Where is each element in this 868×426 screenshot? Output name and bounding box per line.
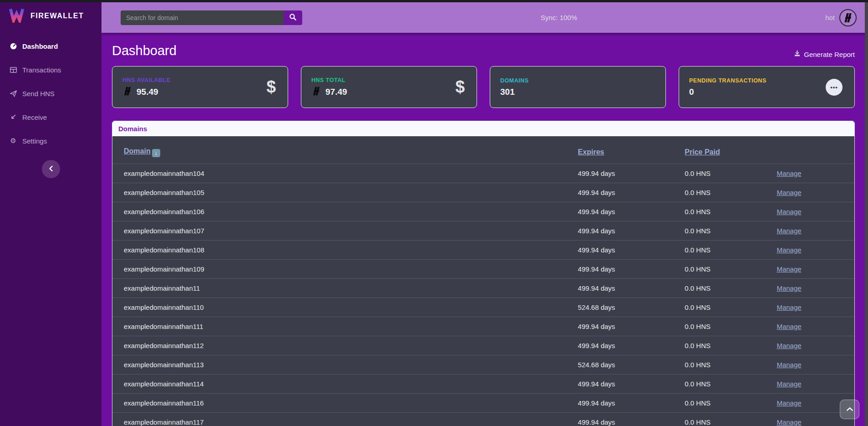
chevron-up-icon: [846, 406, 853, 413]
column-header-price-paid: Price Paid: [679, 136, 771, 164]
sort-by-expires-link[interactable]: Expires: [578, 148, 604, 156]
domain-row: exampledomainnathan107499.94 days0.0 HNS…: [112, 221, 854, 240]
domain-row: exampledomainnathan111499.94 days0.0 HNS…: [112, 317, 854, 336]
stat-card-domains: DOMAINS 301: [490, 66, 666, 108]
manage-cell: Manage: [771, 317, 854, 336]
sort-by-domain-link[interactable]: Domain: [124, 147, 151, 155]
manage-link[interactable]: Manage: [777, 342, 801, 349]
stat-cards: HNS AVAILABLE 95.49 $ HNS TOTAL: [112, 66, 855, 108]
manage-cell: Manage: [771, 259, 854, 278]
sidebar-item-label: Transactions: [22, 66, 61, 74]
price-paid-cell: 0.0 HNS: [679, 355, 771, 374]
search-icon: [289, 13, 297, 22]
stat-card-title: HNS AVAILABLE: [122, 77, 171, 83]
expires-cell: 499.94 days: [573, 259, 680, 278]
domain-row: exampledomainnathan11499.94 days0.0 HNSM…: [112, 278, 854, 298]
domain-name-cell: exampledomainnathan107: [112, 221, 573, 240]
download-icon: [794, 50, 801, 58]
sidebar-item-label: Send HNS: [22, 90, 55, 98]
manage-link[interactable]: Manage: [777, 418, 801, 426]
manage-link[interactable]: Manage: [777, 361, 801, 369]
domain-name-cell: exampledomainnathan109: [112, 259, 573, 278]
domain-row: exampledomainnathan117499.94 days0.0 HNS…: [112, 412, 854, 426]
sidebar-collapse-button[interactable]: [42, 160, 60, 178]
sidebar-item-transactions[interactable]: Transactions: [0, 58, 102, 82]
sort-descending-icon[interactable]: ↓: [152, 149, 160, 157]
expires-cell: 499.94 days: [573, 221, 680, 240]
scroll-to-top-button[interactable]: [840, 400, 859, 419]
manage-cell: Manage: [771, 374, 854, 393]
sort-by-price-link[interactable]: Price Paid: [685, 148, 720, 156]
firewallet-logo-icon: [8, 7, 25, 25]
sidebar-nav: Dashboard Transactions Send HNS: [0, 34, 102, 153]
tachometer-icon: [9, 42, 17, 50]
domain-row: exampledomainnathan114499.94 days0.0 HNS…: [112, 374, 854, 393]
hns-logo-icon: [122, 87, 132, 98]
manage-link[interactable]: Manage: [777, 323, 801, 330]
table-icon: [9, 66, 17, 74]
column-header-domain: Domain↓: [112, 136, 573, 164]
domain-search: [121, 10, 302, 25]
price-paid-cell: 0.0 HNS: [679, 202, 771, 221]
manage-link[interactable]: Manage: [777, 399, 801, 407]
hns-logo-icon[interactable]: [839, 9, 857, 26]
sidebar-item-label: Dashboard: [22, 42, 58, 50]
expires-cell: 499.94 days: [573, 202, 680, 221]
domain-name-cell: exampledomainnathan116: [112, 393, 573, 412]
receive-icon: [9, 113, 17, 121]
stat-card-pending-transactions: PENDING TRANSACTIONS 0 •••: [679, 66, 855, 108]
sidebar-item-dashboard[interactable]: Dashboard: [0, 34, 102, 58]
expires-cell: 499.94 days: [573, 317, 680, 336]
price-paid-cell: 0.0 HNS: [679, 259, 771, 278]
expires-cell: 499.94 days: [573, 393, 680, 412]
generate-report-button[interactable]: Generate Report: [794, 50, 855, 58]
expires-cell: 524.68 days: [573, 298, 680, 317]
expires-cell: 524.68 days: [573, 355, 680, 374]
dollar-icon: $: [455, 77, 465, 97]
manage-cell: Manage: [771, 336, 854, 355]
search-button[interactable]: [284, 10, 302, 25]
top-black-strip: [0, 0, 868, 2]
expires-cell: 499.94 days: [573, 336, 680, 355]
wallet-name: hot: [825, 14, 835, 21]
sidebar-item-receive[interactable]: Receive: [0, 105, 102, 129]
domain-row: exampledomainnathan108499.94 days0.0 HNS…: [112, 240, 854, 259]
manage-link[interactable]: Manage: [777, 169, 801, 177]
stat-card-value: 97.49: [325, 87, 347, 97]
stat-card-value: 301: [500, 87, 515, 97]
manage-link[interactable]: Manage: [777, 246, 801, 254]
manage-link[interactable]: Manage: [777, 227, 801, 235]
page-title: Dashboard: [112, 43, 177, 58]
expires-cell: 499.94 days: [573, 240, 680, 259]
scrollbar[interactable]: [865, 0, 868, 426]
manage-link[interactable]: Manage: [777, 303, 801, 311]
manage-link[interactable]: Manage: [777, 189, 801, 196]
manage-cell: Manage: [771, 240, 854, 259]
stat-card-value: 0: [689, 87, 694, 97]
manage-cell: Manage: [771, 202, 854, 221]
search-input[interactable]: [121, 10, 284, 25]
price-paid-cell: 0.0 HNS: [679, 374, 771, 393]
manage-link[interactable]: Manage: [777, 208, 801, 216]
domains-panel: Domains Domain↓ Expires Price Paid: [112, 121, 855, 426]
price-paid-cell: 0.0 HNS: [679, 278, 771, 298]
domain-row: exampledomainnathan116499.94 days0.0 HNS…: [112, 393, 854, 412]
dollar-icon: $: [266, 77, 276, 97]
price-paid-cell: 0.0 HNS: [679, 164, 771, 183]
sync-status: Sync: 100%: [541, 14, 577, 21]
domain-row: exampledomainnathan113524.68 days0.0 HNS…: [112, 355, 854, 374]
gear-icon: ⚙: [9, 137, 17, 145]
manage-cell: Manage: [771, 183, 854, 202]
domain-row: exampledomainnathan112499.94 days0.0 HNS…: [112, 336, 854, 355]
manage-link[interactable]: Manage: [777, 380, 801, 388]
sidebar-item-settings[interactable]: ⚙ Settings: [0, 129, 102, 153]
manage-link[interactable]: Manage: [777, 284, 801, 292]
sidebar-item-send-hns[interactable]: Send HNS: [0, 82, 102, 105]
brand[interactable]: FIREWALLET: [0, 2, 102, 29]
manage-link[interactable]: Manage: [777, 265, 801, 273]
hns-logo-icon: [311, 87, 321, 98]
domain-name-cell: exampledomainnathan106: [112, 202, 573, 221]
sidebar-item-label: Settings: [22, 137, 47, 145]
price-paid-cell: 0.0 HNS: [679, 393, 771, 412]
price-paid-cell: 0.0 HNS: [679, 221, 771, 240]
